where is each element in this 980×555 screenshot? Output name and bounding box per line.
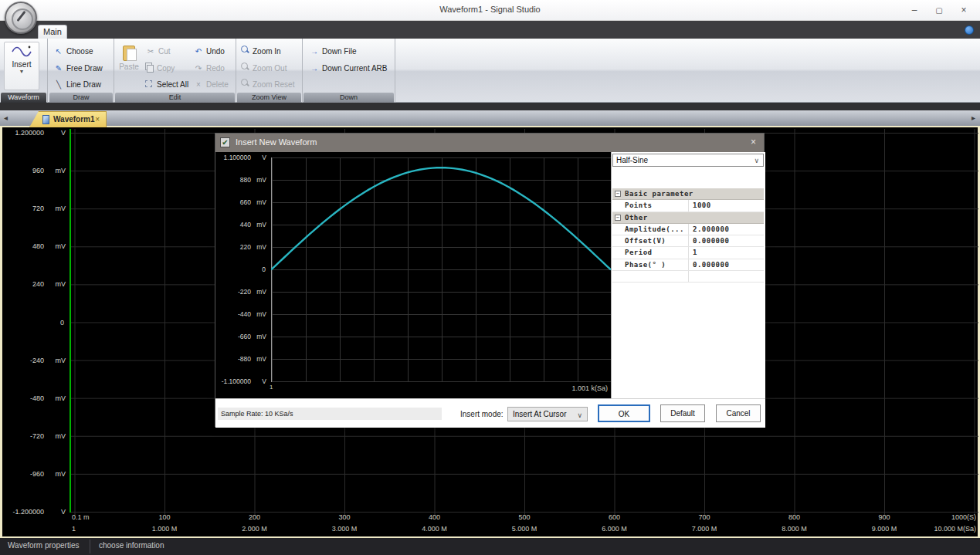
delete-button[interactable]: ×Delete xyxy=(193,78,229,92)
x-axis-label: 500 xyxy=(518,513,530,521)
x-axis-label: 0.1 m xyxy=(72,513,90,521)
property-row-period[interactable]: Period 1 xyxy=(612,247,764,259)
group-zoom-view: Zoom In Zoom Out Zoom Reset Zoom View xyxy=(236,39,303,103)
offset-value[interactable]: 0.000000 xyxy=(693,237,729,245)
undo-label: Undo xyxy=(206,47,225,56)
app-knob-icon[interactable] xyxy=(5,2,37,34)
down-file-button[interactable]: →Down File xyxy=(309,45,356,59)
x-axis-label: 800 xyxy=(788,513,800,521)
tab-close-icon[interactable]: × xyxy=(95,112,100,127)
y-axis-label: 880mV xyxy=(215,176,268,184)
tab-waveform1[interactable]: Waveform1 × xyxy=(29,111,107,127)
down-file-label: Down File xyxy=(322,47,356,56)
y-axis-label: 0 xyxy=(2,319,67,327)
line-draw-button[interactable]: ╲Line Draw xyxy=(53,78,101,92)
line-icon: ╲ xyxy=(53,78,64,92)
x-axis-label: 200 xyxy=(249,513,260,521)
waveform-type-select[interactable]: Half-Sine ∨ xyxy=(612,154,764,167)
property-row-points[interactable]: Points 1000 xyxy=(612,200,764,212)
cut-button[interactable]: ✂Cut xyxy=(145,45,171,59)
amplitude-value[interactable]: 2.000000 xyxy=(693,225,729,233)
x-axis-label: 5.000 M xyxy=(512,525,537,533)
main-y-axis: 1.200000V960mV720mV480mV240mV0-240mV-480… xyxy=(2,129,69,515)
property-grid: − Basic parameter Points 1000 − Other Am… xyxy=(612,188,764,283)
tab-scroll-right-icon[interactable]: ▸ xyxy=(972,113,975,122)
sample-rate-field[interactable]: Sample Rate: 10 KSa/s xyxy=(218,408,442,420)
dialog-title-bar[interactable]: ✔ Insert New Waveform × xyxy=(215,134,764,152)
group-edit: Paste ✂Cut Copy Select All ↶Undo ↷Redo ×… xyxy=(114,39,236,103)
status-waveform-properties[interactable]: Waveform properties xyxy=(8,541,79,550)
property-row-phase[interactable]: Phase(° ) 0.000000 xyxy=(612,259,764,271)
property-row-offset[interactable]: Offset(V) 0.000000 xyxy=(612,235,764,247)
chevron-down-icon: ▼ xyxy=(5,69,39,74)
parameter-panel: Half-Sine ∨ − Basic parameter Points 100… xyxy=(611,152,765,398)
choose-button[interactable]: ↖Choose xyxy=(53,45,93,59)
zoom-reset-button[interactable]: Zoom Reset xyxy=(241,78,294,92)
cancel-button[interactable]: Cancel xyxy=(716,404,761,422)
offset-label: Offset(V) xyxy=(625,237,666,245)
copy-button[interactable]: Copy xyxy=(145,62,175,76)
line-draw-label: Line Draw xyxy=(66,80,101,89)
undo-button[interactable]: ↶Undo xyxy=(193,45,225,59)
x-axis-label: 3.000 M xyxy=(332,525,358,533)
default-button[interactable]: Default xyxy=(660,404,705,422)
dialog-close-icon[interactable]: × xyxy=(751,137,756,147)
ribbon-bottom-strip xyxy=(0,103,980,110)
ok-button[interactable]: OK xyxy=(598,404,650,422)
y-axis-label: -720mV xyxy=(2,432,67,440)
down-current-arb-label: Down Current ARB xyxy=(322,64,387,73)
property-group-basic[interactable]: − Basic parameter xyxy=(612,188,764,200)
insert-button[interactable]: Insert ▼ xyxy=(4,42,39,90)
period-label: Period xyxy=(625,249,653,256)
x-axis-label: 1.000 M xyxy=(152,525,178,533)
collapse-icon[interactable]: − xyxy=(615,191,621,197)
tab-scroll-left-icon[interactable]: ◂ xyxy=(4,113,8,122)
x-axis-label: 9.000 M xyxy=(872,525,897,533)
paste-button[interactable]: Paste xyxy=(117,42,141,90)
y-axis-label: -880mV xyxy=(215,355,268,363)
property-row-amplitude[interactable]: Amplitude(... 2.000000 xyxy=(612,224,764,235)
insert-mode-select[interactable]: Insert At Cursor ∨ xyxy=(507,407,588,421)
group-basic-label: Basic parameter xyxy=(625,190,693,198)
amplitude-label: Amplitude(... xyxy=(625,225,684,233)
zoom-in-icon xyxy=(241,46,249,54)
points-value[interactable]: 1000 xyxy=(693,201,711,209)
help-icon[interactable] xyxy=(965,25,974,35)
main-x-axis-samples: 0.1 m1002003004005006007008009001000(S) xyxy=(2,513,978,522)
y-axis-label: 1.100000V xyxy=(215,154,268,161)
y-axis-label: 240mV xyxy=(2,280,67,288)
y-axis-label: 660mV xyxy=(215,198,268,206)
select-all-button[interactable]: Select All xyxy=(145,78,188,92)
clipboard-icon xyxy=(123,46,135,61)
x-axis-label: 400 xyxy=(429,513,440,521)
minimize-button[interactable]: – xyxy=(903,3,926,18)
period-value[interactable]: 1 xyxy=(693,249,697,256)
redo-button[interactable]: ↷Redo xyxy=(193,62,225,76)
collapse-icon[interactable]: − xyxy=(615,215,621,221)
property-group-other[interactable]: − Other xyxy=(612,212,764,224)
x-axis-label: 300 xyxy=(338,513,350,521)
preview-y-axis: 1.100000V880mV660mV440mV220mV0-220mV-440… xyxy=(215,154,270,385)
close-button[interactable]: × xyxy=(952,3,975,18)
status-choose-information[interactable]: choose information xyxy=(99,541,164,550)
y-axis-label: -1.100000V xyxy=(215,377,268,385)
phase-value[interactable]: 0.000000 xyxy=(693,261,729,269)
undo-icon: ↶ xyxy=(193,45,204,59)
preview-plot: 1.100000V880mV660mV440mV220mV0-220mV-440… xyxy=(215,152,611,398)
maximize-button[interactable]: ▢ xyxy=(927,3,951,18)
zoom-in-button[interactable]: Zoom In xyxy=(241,45,281,59)
tab-main[interactable]: Main xyxy=(38,25,67,39)
copy-icon xyxy=(145,63,152,71)
redo-icon: ↷ xyxy=(193,62,204,76)
down-current-arb-button[interactable]: →Down Current ARB xyxy=(309,62,387,76)
y-axis-label: 480mV xyxy=(2,242,67,250)
zoom-out-button[interactable]: Zoom Out xyxy=(241,62,287,76)
dialog-footer: Sample Rate: 10 KSa/s Insert mode: Inser… xyxy=(215,398,765,428)
y-axis-label: 1.200000V xyxy=(2,129,67,137)
redo-label: Redo xyxy=(206,64,225,73)
select-all-label: Select All xyxy=(157,80,188,89)
group-label-zoom-view: Zoom View xyxy=(237,93,301,103)
plot-cursor-line[interactable] xyxy=(70,129,71,513)
free-draw-button[interactable]: ✎Free Draw xyxy=(53,62,103,76)
free-draw-label: Free Draw xyxy=(66,64,103,73)
